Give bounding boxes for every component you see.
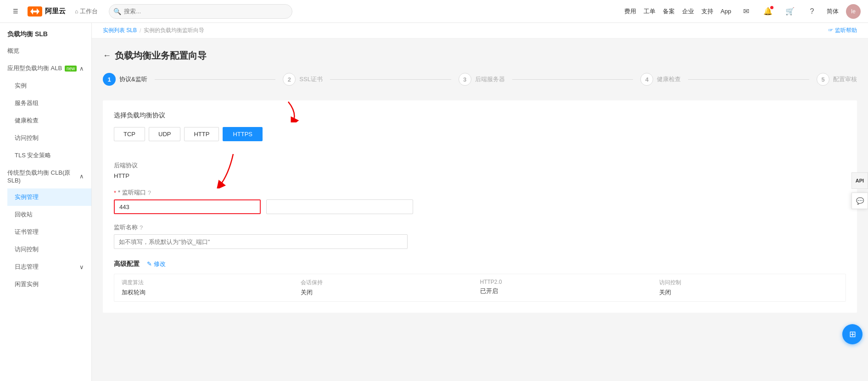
session-label: 会话保持 <box>301 279 480 287</box>
search-container: 🔍 <box>109 4 292 19</box>
steps-bar: 1 协议&监听 2 SSL证书 3 后端服务器 4 健康检查 <box>103 73 857 86</box>
advanced-title: 高级配置 <box>114 260 140 268</box>
protocol-annotation: TCP UDP HTTP HTTPS <box>114 127 263 152</box>
step-1-circle: 1 <box>103 73 116 86</box>
top-navigation: ☰ 阿里云 ⌂ 工作台 🔍 费用 工单 备案 企业 支持 App ✉ 🔔 🛒 ?… <box>0 0 868 23</box>
sidebar-item-access-control[interactable]: 访问控制 <box>7 129 91 147</box>
hamburger-menu[interactable]: ☰ <box>7 3 24 20</box>
step-3-circle: 3 <box>459 73 471 86</box>
message-icon-btn[interactable]: ✉ <box>739 4 753 19</box>
sidebar-item-recycle[interactable]: 回收站 <box>7 206 91 223</box>
search-input[interactable] <box>109 4 292 19</box>
session-value: 关闭 <box>301 288 480 297</box>
protocol-tcp-btn[interactable]: TCP <box>114 127 145 141</box>
search-icon: 🔍 <box>113 8 121 15</box>
nav-item-fees[interactable]: 费用 <box>624 7 636 16</box>
step-line-1 <box>155 79 276 80</box>
port-required-star: * <box>114 189 116 196</box>
name-help-icon[interactable]: ? <box>140 224 143 231</box>
port-inputs-row <box>114 199 846 214</box>
sidebar-clb-label: 传统型负载均衡 CLB(原SLB) <box>7 169 79 184</box>
nav-item-support[interactable]: 支持 <box>701 7 713 16</box>
help-link[interactable]: ☞ 监听帮助 <box>828 27 857 34</box>
port-help-icon[interactable]: ? <box>148 189 151 196</box>
back-button[interactable]: ← <box>103 51 111 61</box>
port-label-text: * 监听端口 <box>118 188 146 197</box>
alb-chevron: ∧ <box>79 65 84 72</box>
grid-icon: ⊞ <box>849 329 856 339</box>
sidebar-item-log[interactable]: 日志管理 ∨ <box>7 258 91 276</box>
alb-submenu: 实例 服务器组 健康检查 访问控制 TLS 安全策略 <box>0 77 91 164</box>
sidebar-item-instance[interactable]: 实例 <box>7 77 91 94</box>
name-label: 监听名称 ? <box>114 223 846 232</box>
workbench-link[interactable]: ⌂ 工作台 <box>75 7 98 16</box>
step-3: 3 后端服务器 <box>459 73 505 86</box>
step-line-3 <box>512 79 633 80</box>
advanced-col-http2: HTTP2.0 已开启 <box>480 279 659 297</box>
sidebar-item-servergroup[interactable]: 服务器组 <box>7 94 91 112</box>
api-button[interactable]: API <box>851 172 868 189</box>
step-3-label: 后端服务器 <box>475 75 505 83</box>
advanced-table: 调度算法 加权轮询 会话保持 关闭 HTTP2.0 已开启 <box>114 274 846 302</box>
http2-label: HTTP2.0 <box>480 279 659 285</box>
sidebar-item-tls[interactable]: TLS 安全策略 <box>7 147 91 164</box>
notification-badge <box>770 6 773 9</box>
breadcrumb: 实例列表 SLB / 实例的负载均衡监听向导 ☞ 监听帮助 <box>92 23 868 39</box>
advanced-header: 高级配置 ✎ 修改 <box>114 260 846 268</box>
help-icon-btn[interactable]: ? <box>805 4 819 19</box>
protocol-udp-btn[interactable]: UDP <box>149 127 180 141</box>
nav-item-simplified[interactable]: 简体 <box>827 7 839 16</box>
port-input[interactable] <box>114 199 261 214</box>
protocol-https-btn[interactable]: HTTPS <box>223 127 263 141</box>
step-2: 2 SSL证书 <box>283 73 323 86</box>
step-line-4 <box>688 79 809 80</box>
sidebar: 负载均衡 SLB 概览 应用型负载均衡 ALB new ∧ 实例 服务器组 健康… <box>0 23 92 381</box>
grid-circle-button[interactable]: ⊞ <box>842 324 862 344</box>
advanced-row-1: 调度算法 加权轮询 会话保持 关闭 HTTP2.0 已开启 <box>114 274 846 301</box>
avatar[interactable]: Ie <box>846 4 861 19</box>
http2-value: 已开启 <box>480 287 659 295</box>
advanced-section: 高级配置 ✎ 修改 调度算法 加权轮询 会话保持 关闭 <box>114 260 846 302</box>
sidebar-item-overview[interactable]: 概览 <box>0 42 91 60</box>
logo-icon <box>28 6 42 17</box>
bell-icon-btn[interactable]: 🔔 <box>761 4 775 19</box>
backend-protocol-field: 后端协议 HTTP <box>114 161 846 179</box>
sidebar-overview-label: 概览 <box>7 47 19 55</box>
port-input-secondary[interactable] <box>266 199 413 214</box>
breadcrumb-sep1: / <box>140 28 141 34</box>
right-float-panel: API 💬 <box>851 172 868 209</box>
nav-item-beian[interactable]: 备案 <box>663 7 675 16</box>
name-input[interactable] <box>114 234 408 249</box>
clb-chevron: ∧ <box>79 173 84 180</box>
protocol-http-btn[interactable]: HTTP <box>184 127 219 141</box>
sidebar-alb-label: 应用型负载均衡 ALB <box>7 64 62 72</box>
sidebar-item-cert[interactable]: 证书管理 <box>7 223 91 241</box>
sidebar-item-instance-mgmt[interactable]: 实例管理 <box>7 188 91 206</box>
clb-submenu: 实例管理 回收站 证书管理 访问控制 日志管理 ∨ 闲置实例 <box>0 188 91 293</box>
logo[interactable]: 阿里云 <box>28 6 66 17</box>
name-field: 监听名称 ? <box>114 223 846 249</box>
nav-item-workorder[interactable]: 工单 <box>644 7 655 16</box>
scheduling-label: 调度算法 <box>122 279 301 287</box>
step-5-label: 配置审核 <box>833 75 857 83</box>
cart-icon-btn[interactable]: 🛒 <box>783 4 797 19</box>
chat-button[interactable]: 💬 <box>851 193 868 209</box>
step-1-label: 协议&监听 <box>119 75 147 83</box>
step-line-2 <box>330 79 451 80</box>
advanced-edit-btn[interactable]: ✎ 修改 <box>147 260 166 268</box>
logo-text: 阿里云 <box>45 7 66 16</box>
sidebar-item-idle[interactable]: 闲置实例 <box>7 276 91 293</box>
sidebar-section-alb[interactable]: 应用型负载均衡 ALB new ∧ <box>0 60 91 77</box>
backend-protocol-value: HTTP <box>114 172 846 179</box>
step-5: 5 配置审核 <box>817 73 857 86</box>
sidebar-item-access-ctrl[interactable]: 访问控制 <box>7 241 91 258</box>
sidebar-section-clb[interactable]: 传统型负载均衡 CLB(原SLB) ∧ <box>0 164 91 188</box>
page-header: ← 负载均衡业务配置向导 <box>103 50 857 62</box>
nav-item-app[interactable]: App <box>721 8 731 15</box>
step-5-circle: 5 <box>817 73 829 86</box>
nav-item-enterprise[interactable]: 企业 <box>682 7 694 16</box>
breadcrumb-slb[interactable]: 实例列表 SLB <box>103 27 137 34</box>
advanced-col-access: 访问控制 关闭 <box>659 279 838 297</box>
alb-badge: new <box>65 66 77 72</box>
sidebar-item-healthcheck[interactable]: 健康检查 <box>7 112 91 129</box>
